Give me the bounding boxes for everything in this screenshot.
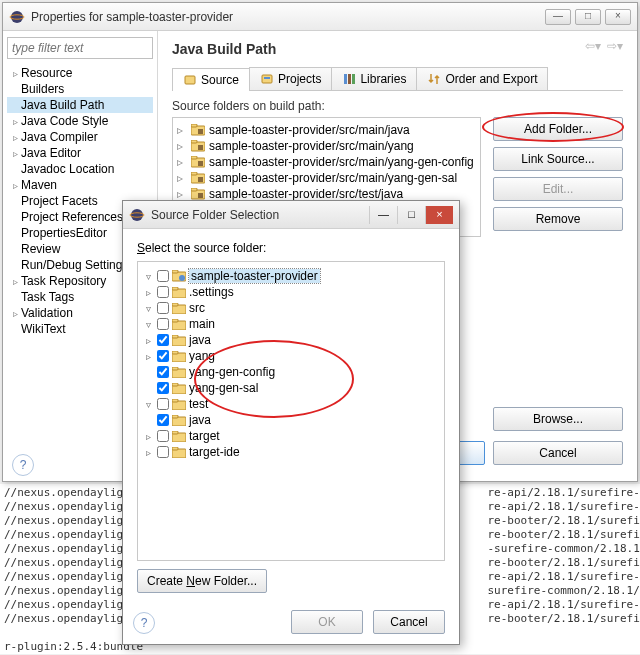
dialog-minimize-button[interactable]: — xyxy=(369,206,397,224)
expand-icon[interactable]: ▹ xyxy=(142,335,154,346)
tree-checkbox[interactable] xyxy=(157,318,169,330)
sidebar-item[interactable]: ▹Java Compiler xyxy=(7,129,153,145)
sidebar-item[interactable]: Builders xyxy=(7,81,153,97)
add-folder-label: Add Folder... xyxy=(524,122,592,136)
dialog-close-button[interactable]: × xyxy=(425,206,453,224)
sidebar-item[interactable]: ▹Java Code Style xyxy=(7,113,153,129)
sidebar-item[interactable]: Javadoc Location xyxy=(7,161,153,177)
sidebar-item-label: Project References xyxy=(21,210,123,224)
expand-icon[interactable]: ▹ xyxy=(177,123,187,137)
titlebar[interactable]: Properties for sample-toaster-provider —… xyxy=(3,3,637,31)
tree-checkbox[interactable] xyxy=(157,446,169,458)
expand-icon[interactable]: ▹ xyxy=(9,308,21,319)
tree-checkbox[interactable] xyxy=(157,350,169,362)
svg-rect-6 xyxy=(348,74,351,84)
tree-item[interactable]: yang-gen-sal xyxy=(142,380,440,396)
tree-item[interactable]: ▹yang xyxy=(142,348,440,364)
sidebar-item[interactable]: ▹Resource xyxy=(7,65,153,81)
dialog-cancel-button[interactable]: Cancel xyxy=(373,610,445,634)
expand-icon[interactable]: ▿ xyxy=(142,303,154,314)
eclipse-icon xyxy=(9,9,25,25)
folder-tree[interactable]: ▿sample-toaster-provider▹.settings▿src▿m… xyxy=(137,261,445,561)
tree-item[interactable]: ▹target-ide xyxy=(142,444,440,460)
create-new-folder-button[interactable]: Create New Folder... xyxy=(137,569,267,593)
expand-icon[interactable]: ▹ xyxy=(9,116,21,127)
forward-icon[interactable]: ⇨▾ xyxy=(607,39,623,53)
maximize-button[interactable]: □ xyxy=(575,9,601,25)
sidebar-item[interactable]: Java Build Path xyxy=(7,97,153,113)
svg-rect-18 xyxy=(191,172,197,175)
expand-icon[interactable]: ▿ xyxy=(142,319,154,330)
tree-item[interactable]: ▿src xyxy=(142,300,440,316)
tree-checkbox[interactable] xyxy=(157,382,169,394)
expand-icon[interactable]: ▹ xyxy=(142,447,154,458)
tree-item[interactable]: ▿test xyxy=(142,396,440,412)
tree-item[interactable]: java xyxy=(142,412,440,428)
expand-icon[interactable]: ▹ xyxy=(177,171,187,185)
edit-button[interactable]: Edit... xyxy=(493,177,623,201)
browse-button[interactable]: Browse... xyxy=(493,407,623,431)
tab-label: Projects xyxy=(278,72,321,86)
tab-icon xyxy=(427,72,441,86)
dialog-buttons: OK Cancel xyxy=(291,610,445,634)
tree-item[interactable]: yang-gen-config xyxy=(142,364,440,380)
svg-point-0 xyxy=(11,11,23,23)
close-button[interactable]: × xyxy=(605,9,631,25)
cancel-button[interactable]: Cancel xyxy=(493,441,623,465)
back-icon[interactable]: ⇦▾ xyxy=(585,39,601,53)
link-source-button[interactable]: Link Source... xyxy=(493,147,623,171)
expand-icon[interactable]: ▹ xyxy=(9,180,21,191)
eclipse-icon xyxy=(129,207,145,223)
help-icon[interactable]: ? xyxy=(133,612,155,634)
source-folder-row[interactable]: ▹sample-toaster-provider/src/main/yang-g… xyxy=(177,170,476,186)
expand-icon[interactable]: ▹ xyxy=(177,187,187,201)
source-folder-row[interactable]: ▹sample-toaster-provider/src/main/yang xyxy=(177,138,476,154)
tab-order-and-export[interactable]: Order and Export xyxy=(416,67,548,90)
expand-icon[interactable]: ▹ xyxy=(9,132,21,143)
nav-arrows[interactable]: ⇦▾ ⇨▾ xyxy=(585,39,623,53)
add-folder-button[interactable]: Add Folder... xyxy=(493,117,623,141)
dialog-titlebar[interactable]: Source Folder Selection — □ × xyxy=(123,201,459,229)
svg-rect-41 xyxy=(172,383,178,386)
tree-checkbox[interactable] xyxy=(157,302,169,314)
tree-checkbox[interactable] xyxy=(157,414,169,426)
tree-label: sample-toaster-provider xyxy=(189,269,320,283)
tab-libraries[interactable]: Libraries xyxy=(331,67,417,90)
tree-checkbox[interactable] xyxy=(157,398,169,410)
tree-checkbox[interactable] xyxy=(157,286,169,298)
tree-item[interactable]: ▹.settings xyxy=(142,284,440,300)
tree-item[interactable]: ▹target xyxy=(142,428,440,444)
collapse-icon[interactable]: ▿ xyxy=(142,271,154,282)
expand-icon[interactable]: ▹ xyxy=(9,68,21,79)
expand-icon[interactable]: ▹ xyxy=(142,287,154,298)
tree-item[interactable]: ▹java xyxy=(142,332,440,348)
expand-icon[interactable]: ▹ xyxy=(142,351,154,362)
sidebar-item-label: PropertiesEditor xyxy=(21,226,107,240)
expand-icon[interactable]: ▹ xyxy=(9,148,21,159)
filter-input[interactable] xyxy=(7,37,153,59)
help-icon[interactable]: ? xyxy=(12,454,34,476)
expand-icon[interactable]: ▹ xyxy=(9,276,21,287)
tree-checkbox[interactable] xyxy=(157,430,169,442)
folder-path: sample-toaster-provider/src/main/java xyxy=(209,123,410,137)
tree-root[interactable]: ▿sample-toaster-provider xyxy=(142,268,440,284)
tree-item[interactable]: ▿main xyxy=(142,316,440,332)
tree-checkbox[interactable] xyxy=(157,334,169,346)
source-folder-row[interactable]: ▹sample-toaster-provider/src/main/yang-g… xyxy=(177,154,476,170)
sidebar-item[interactable]: ▹Maven xyxy=(7,177,153,193)
expand-icon[interactable]: ▹ xyxy=(177,155,187,169)
tab-source[interactable]: Source xyxy=(172,68,250,91)
sidebar-item[interactable]: ▹Java Editor xyxy=(7,145,153,161)
tab-projects[interactable]: Projects xyxy=(249,67,332,90)
remove-button[interactable]: Remove xyxy=(493,207,623,231)
expand-icon[interactable]: ▹ xyxy=(142,431,154,442)
tree-checkbox[interactable] xyxy=(157,270,169,282)
dialog-maximize-button[interactable]: □ xyxy=(397,206,425,224)
expand-icon[interactable]: ▹ xyxy=(177,139,187,153)
minimize-button[interactable]: — xyxy=(545,9,571,25)
source-folder-row[interactable]: ▹sample-toaster-provider/src/main/java xyxy=(177,122,476,138)
expand-icon[interactable]: ▿ xyxy=(142,399,154,410)
sidebar-item-label: Task Tags xyxy=(21,290,74,304)
dialog-ok-button[interactable]: OK xyxy=(291,610,363,634)
tree-checkbox[interactable] xyxy=(157,366,169,378)
